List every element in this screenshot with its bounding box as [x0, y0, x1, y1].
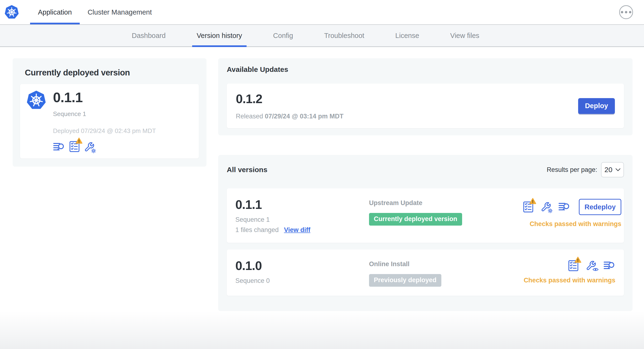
tab-application-label: Application	[38, 8, 72, 16]
preflight-status-text: Checks passed with warnings	[524, 277, 615, 284]
deployed-version-icons	[53, 141, 156, 152]
edit-config-icon[interactable]	[541, 202, 551, 212]
right-column: Available Updates 0.1.2 Released 07/29/2…	[218, 58, 632, 311]
app-subnav: Dashboard Version history Config Trouble…	[0, 25, 644, 47]
update-released-date: 07/29/24 @ 03:14 pm MDT	[265, 113, 344, 120]
currently-deployed-card: Currently deployed version	[13, 58, 206, 166]
diff-icon[interactable]	[558, 202, 570, 212]
update-released-line: Released 07/29/24 @ 03:14 pm MDT	[236, 113, 344, 120]
preflight-checks-warning-icon[interactable]	[568, 260, 578, 272]
eye-icon	[592, 267, 599, 272]
ellipsis-icon	[621, 11, 623, 13]
row-version-number: 0.1.0	[235, 258, 369, 273]
main-content: Currently deployed version	[0, 47, 644, 311]
available-updates-card: Available Updates 0.1.2 Released 07/29/2…	[218, 58, 632, 135]
all-versions-card: All versions Results per page: 20 0.1.1 …	[218, 155, 632, 311]
preflight-checks-warning-icon[interactable]	[69, 141, 80, 152]
update-version-number: 0.1.2	[236, 92, 344, 106]
warning-triangle-icon	[574, 256, 582, 263]
version-source-label: Online Install	[369, 260, 523, 268]
deployed-timestamp: Deployed 07/29/24 @ 02:43 pm MDT	[53, 127, 156, 135]
tab-application[interactable]: Application	[30, 0, 80, 24]
results-per-page-select[interactable]: 20	[601, 162, 624, 177]
view-config-icon[interactable]	[586, 260, 596, 271]
deployed-version-number: 0.1.1	[53, 90, 156, 105]
view-diff-link[interactable]: View diff	[284, 226, 310, 234]
currently-deployed-title: Currently deployed version	[25, 68, 199, 77]
kubernetes-app-icon	[26, 90, 46, 110]
top-header: Application Cluster Management	[0, 0, 644, 25]
preflight-checks-warning-icon[interactable]	[523, 201, 534, 213]
tab-view-files[interactable]: View files	[435, 25, 495, 46]
status-badge: Currently deployed version	[369, 213, 462, 226]
files-changed-label: 1 files changed	[235, 226, 279, 234]
results-per-page-label: Results per page:	[546, 166, 597, 174]
gear-icon	[548, 208, 553, 214]
row-sequence: Sequence 0	[235, 277, 369, 284]
tab-license[interactable]: License	[380, 25, 435, 46]
deploy-button[interactable]: Deploy	[578, 98, 615, 114]
diff-icon[interactable]	[53, 142, 65, 152]
warning-triangle-icon	[76, 138, 82, 144]
all-versions-header: All versions Results per page: 20	[227, 162, 624, 177]
kubernetes-logo-icon	[4, 5, 19, 20]
tab-cluster-management[interactable]: Cluster Management	[80, 0, 160, 24]
update-row: 0.1.2 Released 07/29/24 @ 03:14 pm MDT D…	[227, 84, 624, 128]
tab-version-history[interactable]: Version history	[181, 25, 258, 46]
redeploy-button[interactable]: Redeploy	[579, 199, 621, 215]
deployed-version-card: 0.1.1 Sequence 1 Deployed 07/29/24 @ 02:…	[20, 84, 199, 158]
edit-config-icon[interactable]	[84, 142, 94, 152]
diff-icon[interactable]	[604, 260, 615, 271]
warning-triangle-icon	[529, 198, 536, 204]
more-options-button[interactable]	[619, 5, 633, 19]
tab-config[interactable]: Config	[258, 25, 309, 46]
status-badge: Previously deployed	[369, 274, 441, 287]
deployed-sequence: Sequence 1	[53, 110, 156, 118]
version-row: 0.1.1 Sequence 1 1 files changed View di…	[227, 188, 624, 243]
version-source-label: Upstream Update	[369, 199, 523, 207]
row-sequence: Sequence 1	[235, 216, 369, 224]
row-version-number: 0.1.1	[235, 198, 369, 212]
page-footer: v1.112.1	[0, 311, 644, 349]
tab-cluster-management-label: Cluster Management	[88, 8, 152, 16]
tab-troubleshoot[interactable]: Troubleshoot	[309, 25, 380, 46]
gear-icon	[91, 148, 96, 154]
all-versions-title: All versions	[227, 166, 267, 174]
available-updates-title: Available Updates	[227, 66, 624, 74]
chevron-down-icon	[615, 168, 620, 172]
tab-dashboard[interactable]: Dashboard	[116, 25, 181, 46]
preflight-status-text: Checks passed with warnings	[530, 220, 621, 228]
header-tabs: Application Cluster Management	[30, 0, 160, 24]
version-row: 0.1.0 Sequence 0 Online Install Previous…	[227, 250, 624, 296]
results-per-page: Results per page: 20	[546, 162, 624, 177]
